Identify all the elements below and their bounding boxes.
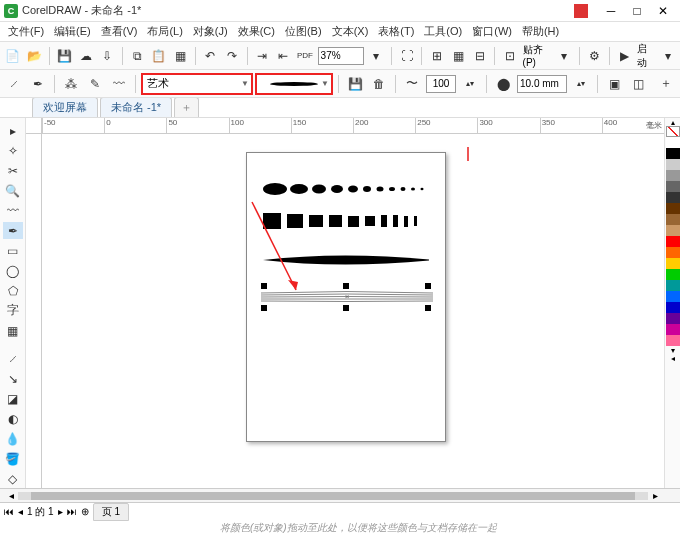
align-button[interactable]: ⊞ [428, 46, 445, 66]
ruler-horizontal[interactable]: -50050100150200250300350400 [42, 118, 664, 134]
shape-tool[interactable]: ✧ [3, 142, 23, 159]
menu-object[interactable]: 对象(J) [189, 22, 232, 41]
smoothing-input[interactable] [426, 75, 456, 93]
color-swatch[interactable] [666, 247, 680, 258]
color-swatch[interactable] [666, 170, 680, 181]
launch-icon[interactable]: ▶ [616, 46, 633, 66]
swatch-none[interactable] [666, 126, 680, 137]
undo-button[interactable]: ↶ [202, 46, 219, 66]
snap-icon[interactable]: ⊡ [501, 46, 518, 66]
calligraphy-tool-icon[interactable]: ✎ [85, 74, 105, 94]
cloud-down-icon[interactable]: ⇩ [98, 46, 115, 66]
color-swatch[interactable] [666, 192, 680, 203]
fill-tool[interactable]: 🪣 [3, 451, 23, 468]
paste-button[interactable]: 📋 [150, 46, 167, 66]
rectangle-tool[interactable]: ▭ [3, 242, 23, 259]
menu-effect[interactable]: 效果(C) [234, 22, 279, 41]
palette-up-icon[interactable]: ▴ [665, 118, 680, 126]
redo-button[interactable]: ↷ [223, 46, 240, 66]
scroll-right-icon[interactable]: ▸ [648, 490, 662, 501]
palette-expand-icon[interactable]: ◂ [665, 354, 680, 362]
color-swatch[interactable] [666, 335, 680, 346]
color-swatch[interactable] [666, 225, 680, 236]
snap-label[interactable]: 贴齐(P) [523, 43, 552, 68]
canvas[interactable]: -50050100150200250300350400 毫米 × [26, 118, 664, 488]
copy-button[interactable]: ⧉ [129, 46, 146, 66]
zoom-input[interactable] [318, 47, 364, 65]
dropshadow-tool[interactable]: ◪ [3, 391, 23, 408]
scale-button[interactable]: ◫ [628, 74, 648, 94]
zoom-dropdown-icon[interactable]: ▾ [368, 46, 385, 66]
cloud-up-icon[interactable]: ☁ [77, 46, 94, 66]
table-tool[interactable]: ▦ [3, 322, 23, 339]
export-button[interactable]: ⇤ [275, 46, 292, 66]
width-input[interactable] [517, 75, 567, 93]
sprayer-tool-icon[interactable]: ⁂ [61, 74, 81, 94]
preset-combo[interactable]: 艺术 ▼ [142, 74, 252, 94]
ellipse-tool[interactable]: ◯ [3, 262, 23, 279]
page-last-icon[interactable]: ⏭ [67, 506, 77, 517]
launch-label[interactable]: 启动 [637, 42, 654, 70]
clipboard-button[interactable]: ▦ [171, 46, 188, 66]
tab-add[interactable]: ＋ [174, 97, 199, 117]
color-swatch[interactable] [666, 159, 680, 170]
pdf-button[interactable]: PDF [296, 46, 313, 66]
import-button[interactable]: ⇥ [253, 46, 270, 66]
crop-tool[interactable]: ✂ [3, 162, 23, 179]
text-tool[interactable]: 字 [3, 302, 23, 319]
scroll-left-icon[interactable]: ◂ [4, 490, 18, 501]
preset-tool-icon[interactable]: ⟋ [4, 74, 24, 94]
color-swatch[interactable] [666, 214, 680, 225]
menu-edit[interactable]: 编辑(E) [50, 22, 95, 41]
stepper-icon[interactable]: ▴▾ [571, 74, 591, 94]
page-prev-icon[interactable]: ◂ [18, 506, 23, 517]
freehand-tool[interactable]: 〰 [3, 202, 23, 219]
guides-button[interactable]: ⊟ [471, 46, 488, 66]
palette-down-icon[interactable]: ▾ [665, 346, 680, 354]
minimize-button[interactable]: ─ [598, 1, 624, 21]
open-button[interactable]: 📂 [25, 46, 42, 66]
color-swatch[interactable] [666, 302, 680, 313]
outline-tool[interactable]: ◇ [3, 471, 23, 488]
page-add-icon[interactable]: ⊕ [81, 506, 89, 517]
save-button[interactable]: 💾 [56, 46, 73, 66]
tab-document[interactable]: 未命名 -1* [100, 97, 172, 117]
ruler-origin[interactable] [26, 118, 42, 134]
page-tab[interactable]: 页 1 [93, 503, 129, 521]
color-swatch[interactable] [666, 291, 680, 302]
menu-table[interactable]: 表格(T) [374, 22, 418, 41]
pressure-tool-icon[interactable]: 〰 [109, 74, 129, 94]
save-preset-button[interactable]: 💾 [345, 74, 365, 94]
color-swatch[interactable] [666, 203, 680, 214]
close-button[interactable]: ✕ [650, 1, 676, 21]
bbox-button[interactable]: ▣ [604, 74, 624, 94]
new-button[interactable]: 📄 [4, 46, 21, 66]
color-swatch[interactable] [666, 236, 680, 247]
menu-window[interactable]: 窗口(W) [468, 22, 516, 41]
polygon-tool[interactable]: ⬠ [3, 282, 23, 299]
stepper-icon[interactable]: ▴▾ [460, 74, 480, 94]
options-button[interactable]: ⚙ [586, 46, 603, 66]
maximize-button[interactable]: □ [624, 1, 650, 21]
tab-welcome[interactable]: 欢迎屏幕 [32, 97, 98, 117]
brush-tool-icon[interactable]: ✒ [28, 74, 48, 94]
color-swatch[interactable] [666, 324, 680, 335]
ruler-vertical[interactable] [26, 134, 42, 488]
menu-file[interactable]: 文件(F) [4, 22, 48, 41]
dimension-tool[interactable]: ⟋ [3, 351, 23, 368]
h-scrollbar[interactable]: ◂ ▸ [0, 488, 680, 502]
eyedropper-tool[interactable]: 💧 [3, 431, 23, 448]
menu-view[interactable]: 查看(V) [97, 22, 142, 41]
pick-tool[interactable]: ▸ [3, 122, 23, 139]
menu-tools[interactable]: 工具(O) [420, 22, 466, 41]
color-swatch[interactable] [666, 148, 680, 159]
color-swatch[interactable] [666, 258, 680, 269]
delete-preset-button[interactable]: 🗑 [369, 74, 389, 94]
stroke-preview-combo[interactable]: ▼ [256, 74, 332, 94]
page-first-icon[interactable]: ⏮ [4, 506, 14, 517]
color-swatch[interactable] [666, 313, 680, 324]
menu-bitmap[interactable]: 位图(B) [281, 22, 326, 41]
menu-layout[interactable]: 布局(L) [143, 22, 186, 41]
snap-dropdown-icon[interactable]: ▾ [556, 46, 573, 66]
fullscreen-button[interactable]: ⛶ [398, 46, 415, 66]
